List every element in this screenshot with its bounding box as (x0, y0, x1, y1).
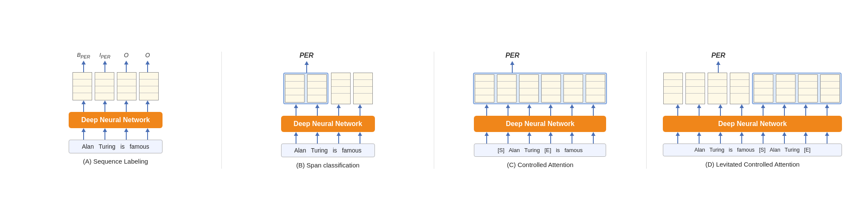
arrows-to-dnn-a (74, 128, 157, 140)
arrow-inp-d-3 (711, 132, 730, 144)
arrow-inp-a-4 (138, 128, 157, 140)
dnn-box-b: Deep Neural Network (281, 116, 375, 132)
embed-blocks-c (473, 73, 607, 104)
arrow-a-3 (117, 61, 136, 72)
dnn-box-c: Deep Neural Network (474, 116, 606, 132)
arrow-inp-a-1 (74, 128, 93, 140)
arrow-b-out (297, 61, 316, 73)
dnn-box-d: Deep Neural Network (663, 116, 842, 132)
dnn-box-a: Deep Neural Network (69, 112, 163, 128)
arrows-from-dnn-c (477, 104, 603, 116)
arrow-dnn-b-3 (329, 104, 348, 116)
arrow-inp-c-5 (563, 132, 581, 144)
output-labels-d: PER (629, 52, 808, 59)
main-container: BPER IPER O O (8, 43, 861, 177)
output-labels-b: PER (260, 52, 354, 59)
embed-d-3 (708, 73, 727, 104)
arrows-to-label-c (446, 61, 578, 73)
arrow-dnn-a-1 (74, 100, 93, 112)
arrows-to-label-b (260, 61, 354, 73)
embed-a-2 (95, 72, 114, 100)
diagram-a: BPER IPER O O (12, 52, 220, 165)
embed-c-1 (475, 74, 494, 103)
arrows-from-dnn-d (668, 104, 836, 116)
caption-b: (B) Span classification (296, 161, 359, 169)
arrow-dnn-d-6 (775, 104, 794, 116)
embed-d-4 (730, 73, 749, 104)
embed-blocks-a (73, 72, 159, 100)
arrows-to-labels-a (74, 61, 157, 72)
input-box-d: Alan Turing is famous [S] Alan Turing [E… (663, 144, 842, 156)
label-o2: O (138, 52, 157, 59)
embed-blocks-b (283, 73, 373, 104)
arrow-inp-c-2 (499, 132, 517, 144)
arrow-dnn-a-2 (96, 100, 114, 112)
arrow-inp-b-4 (351, 132, 369, 144)
label-bper: BPER (74, 52, 93, 59)
arrow-inp-b-2 (308, 132, 327, 144)
embed-c-2 (497, 74, 517, 103)
label-o1: O (117, 52, 136, 59)
input-box-a: Alan Turing is famous (69, 140, 163, 153)
arrow-dnn-c-5 (563, 104, 581, 116)
arrow-inp-a-3 (117, 128, 136, 140)
arrow-dnn-d-7 (796, 104, 815, 116)
label-per-d: PER (711, 52, 726, 59)
embed-d-1 (663, 73, 683, 104)
arrow-inp-b-3 (329, 132, 348, 144)
arrow-dnn-d-8 (818, 104, 836, 116)
arrow-inp-d-8 (818, 132, 836, 144)
arrow-inp-c-1 (477, 132, 496, 144)
divider-bc (434, 52, 434, 169)
embed-b-1 (285, 74, 305, 103)
span-highlight-d (752, 73, 842, 104)
arrow-dnn-d-5 (754, 104, 772, 116)
arrow-a-1 (74, 61, 93, 72)
caption-d: (D) Levitated Controlled Attention (705, 161, 800, 168)
arrow-dnn-a-3 (117, 100, 136, 112)
embed-d-5 (754, 74, 773, 103)
arrow-dnn-c-3 (520, 104, 539, 116)
embed-c-5 (563, 74, 583, 103)
arrow-dnn-c-4 (541, 104, 560, 116)
arrow-dnn-b-1 (287, 104, 305, 116)
arrow-dnn-a-4 (138, 100, 157, 112)
label-per-b: PER (299, 52, 314, 59)
arrow-dnn-b-4 (351, 104, 369, 116)
caption-a: (A) Sequence Labeling (83, 158, 148, 165)
arrow-inp-d-7 (796, 132, 815, 144)
embed-blocks-d (663, 73, 842, 104)
diagram-b: PER (224, 52, 432, 169)
arrow-inp-d-4 (732, 132, 751, 144)
arrows-to-dnn-c (477, 132, 603, 144)
caption-c: (C) Controlled Attention (507, 161, 573, 168)
arrow-a-2 (96, 61, 114, 72)
arrow-dnn-d-4 (732, 104, 751, 116)
embed-a-4 (139, 72, 159, 100)
arrow-c-out (503, 61, 522, 73)
arrow-dnn-c-6 (584, 104, 603, 116)
arrow-inp-c-3 (520, 132, 539, 144)
span-highlight-b (283, 73, 328, 104)
embed-c-4 (541, 74, 561, 103)
arrow-inp-a-2 (96, 128, 114, 140)
label-per-c: PER (505, 52, 520, 59)
diagram-c: PER (436, 52, 644, 168)
arrow-inp-d-5 (754, 132, 772, 144)
embed-d-2 (685, 73, 705, 104)
arrow-inp-d-2 (690, 132, 708, 144)
arrow-dnn-d-2 (690, 104, 708, 116)
arrows-to-dnn-d (668, 132, 836, 144)
arrow-dnn-b-2 (308, 104, 327, 116)
embed-d-8 (820, 74, 840, 103)
arrow-dnn-c-2 (499, 104, 517, 116)
output-labels-a: BPER IPER O O (74, 52, 157, 59)
input-box-c: [S] Alan Turing [E] is famous (474, 144, 606, 157)
arrow-inp-b-1 (287, 132, 305, 144)
arrow-inp-c-4 (541, 132, 560, 144)
arrows-from-dnn-a (74, 100, 157, 112)
arrow-dnn-d-1 (668, 104, 687, 116)
embed-a-3 (117, 72, 136, 100)
arrow-inp-d-1 (668, 132, 687, 144)
arrows-to-dnn-b (287, 132, 369, 144)
